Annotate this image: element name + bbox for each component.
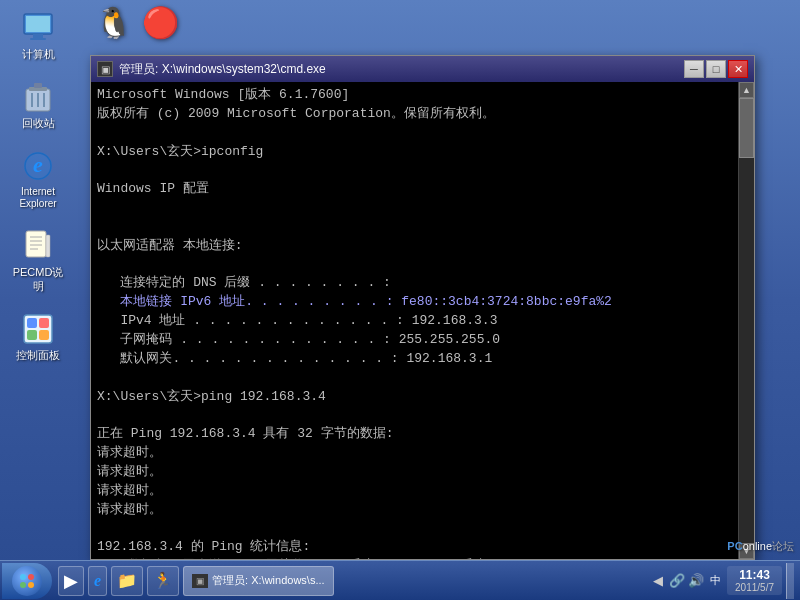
top-desktop-icons: 🐧 🔴 [95, 5, 179, 40]
desktop-icon-control[interactable]: 控制面板 [8, 311, 68, 362]
svg-rect-1 [26, 16, 50, 32]
cmd-line-2: 版权所有 (c) 2009 Microsoft Corporation。保留所有… [97, 106, 495, 121]
close-button[interactable]: ✕ [728, 60, 748, 78]
network-tray-icon[interactable]: 🔗 [669, 573, 685, 589]
volume-tray-icon[interactable]: 🔊 [688, 573, 704, 589]
svg-point-27 [20, 582, 26, 588]
desktop-icon-ie[interactable]: e Internet Explorer [8, 148, 68, 210]
cmd-line-14: 子网掩码 . . . . . . . . . . . . . : 255.255… [97, 332, 500, 347]
control-panel-icon-label: 控制面板 [16, 349, 60, 362]
computer-icon-label: 计算机 [22, 48, 55, 61]
cmd-window: ▣ 管理员: X:\windows\system32\cmd.exe ─ □ ✕… [90, 55, 755, 560]
tray-icons: ◀ 🔗 🔊 中 [650, 573, 723, 589]
language-tray-icon[interactable]: 中 [707, 573, 723, 589]
svg-rect-21 [39, 318, 49, 328]
scrollbar-track[interactable] [739, 98, 754, 543]
cmd-titlebar: ▣ 管理员: X:\windows\system32\cmd.exe ─ □ ✕ [91, 56, 754, 82]
desktop-icon-computer[interactable]: 计算机 [8, 10, 68, 61]
qq-icon: 🐧 [95, 5, 132, 40]
clock-date: 2011/5/7 [735, 582, 774, 593]
lifesaver-icon-area[interactable]: 🔴 [142, 5, 179, 40]
taskbar: ▶ e 📁 🏃 ▣ 管理员: X:\windows\s... ◀ 🔗 🔊 [0, 560, 800, 600]
taskbar-right: ◀ 🔗 🔊 中 11:43 2011/5/7 [650, 561, 800, 600]
cmd-title-icon: ▣ [97, 61, 113, 77]
scrollbar-up-arrow[interactable]: ▲ [739, 82, 754, 98]
taskbar-ie-icon: e [94, 572, 101, 590]
computer-icon [20, 10, 56, 46]
taskbar-run-icon: 🏃 [153, 571, 173, 590]
taskbar-quicklaunch-ie[interactable]: e [88, 566, 107, 596]
taskbar-items: ▶ e 📁 🏃 ▣ 管理员: X:\windows\s... [58, 566, 650, 596]
svg-text:e: e [33, 152, 43, 177]
cmd-line-19: 正在 Ping 192.168.3.4 具有 32 字节的数据: [97, 426, 393, 441]
control-panel-icon [20, 311, 56, 347]
svg-rect-3 [30, 38, 46, 40]
lifesaver-icon: 🔴 [142, 5, 179, 40]
taskbar-cmd-label: 管理员: X:\windows\s... [212, 573, 324, 588]
cmd-title-text: 管理员: X:\windows\system32\cmd.exe [119, 61, 684, 78]
svg-point-24 [17, 571, 37, 591]
cmd-title-buttons: ─ □ ✕ [684, 60, 748, 78]
cmd-line-15: 默认网关. . . . . . . . . . . . . . : 192.16… [97, 351, 492, 366]
taskbar-cmd-item[interactable]: ▣ 管理员: X:\windows\s... [183, 566, 333, 596]
svg-rect-2 [33, 34, 43, 38]
cmd-line-22: 请求超时。 [97, 483, 162, 498]
start-button[interactable] [2, 563, 52, 599]
cmd-line-23: 请求超时。 [97, 502, 162, 517]
cmd-line-12: 本地链接 IPv6 地址. . . . . . . . . : fe80::3c… [97, 294, 612, 309]
taskbar-media-icon: ▶ [64, 570, 78, 592]
cmd-line-1: Microsoft Windows [版本 6.1.7600] [97, 87, 349, 102]
cmd-line-9: 以太网适配器 本地连接: [97, 238, 243, 253]
clock-area[interactable]: 11:43 2011/5/7 [727, 566, 782, 595]
cmd-line-17: X:\Users\玄天>ping 192.168.3.4 [97, 389, 326, 404]
cmd-line-26: 数据包: 已发送 = 4，已接收 = 0，丢失 = 4 (100% 丢失), [97, 558, 503, 559]
ie-icon-label: Internet Explorer [8, 186, 68, 210]
svg-rect-20 [27, 318, 37, 328]
qq-icon-area[interactable]: 🐧 [95, 5, 132, 40]
cmd-output[interactable]: Microsoft Windows [版本 6.1.7600] 版权所有 (c)… [91, 82, 738, 559]
taskbar-quicklaunch-folder[interactable]: 📁 [111, 566, 143, 596]
taskbar-quicklaunch-1[interactable]: ▶ [58, 566, 84, 596]
svg-rect-14 [46, 235, 50, 257]
desktop-icons-container: 计算机 回收站 e [8, 10, 68, 362]
recycle-icon-label: 回收站 [22, 117, 55, 130]
cmd-line-13: IPv4 地址 . . . . . . . . . . . . . : 192.… [97, 313, 497, 328]
maximize-button[interactable]: □ [706, 60, 726, 78]
watermark: PConline论坛 [727, 539, 794, 554]
pecmd-icon-label: PECMD说明 [8, 266, 68, 292]
svg-point-26 [28, 574, 34, 580]
svg-rect-22 [27, 330, 37, 340]
svg-point-25 [20, 574, 26, 580]
cmd-line-20: 请求超时。 [97, 445, 162, 460]
cmd-line-11: 连接特定的 DNS 后缀 . . . . . . . . : [97, 275, 391, 290]
svg-rect-6 [34, 83, 42, 88]
taskbar-quicklaunch-run[interactable]: 🏃 [147, 566, 179, 596]
cmd-body: Microsoft Windows [版本 6.1.7600] 版权所有 (c)… [91, 82, 754, 559]
cmd-line-4: X:\Users\玄天>ipconfig [97, 144, 263, 159]
svg-rect-13 [26, 231, 46, 257]
recycle-icon [20, 79, 56, 115]
start-orb-icon [12, 566, 42, 596]
tray-arrow-icon[interactable]: ◀ [650, 573, 666, 589]
svg-point-28 [28, 582, 34, 588]
svg-rect-23 [39, 330, 49, 340]
cmd-line-21: 请求超时。 [97, 464, 162, 479]
minimize-button[interactable]: ─ [684, 60, 704, 78]
scrollbar-thumb[interactable] [739, 98, 754, 158]
desktop: 计算机 回收站 e [0, 0, 800, 600]
show-desktop-button[interactable] [786, 563, 794, 599]
desktop-icon-pecmd[interactable]: PECMD说明 [8, 228, 68, 292]
cmd-line-25: 192.168.3.4 的 Ping 统计信息: [97, 539, 310, 554]
pecmd-icon [20, 228, 56, 264]
cmd-line-6: Windows IP 配置 [97, 181, 209, 196]
taskbar-cmd-icon: ▣ [192, 574, 208, 588]
clock-time: 11:43 [735, 568, 774, 582]
desktop-icon-recycle[interactable]: 回收站 [8, 79, 68, 130]
ie-icon: e [20, 148, 56, 184]
cmd-scrollbar[interactable]: ▲ ▼ [738, 82, 754, 559]
taskbar-folder-icon: 📁 [117, 571, 137, 590]
